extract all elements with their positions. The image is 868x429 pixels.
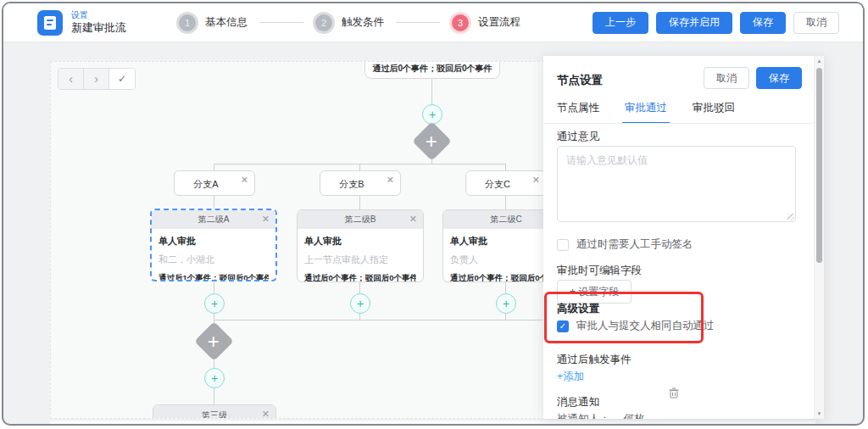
connector-line xyxy=(359,314,360,320)
canvas-horizontal-scrollbar[interactable]: ◄ xyxy=(50,420,815,426)
node-title: 第二级C xyxy=(490,214,521,226)
tab-approve-reject[interactable]: 审批驳回 xyxy=(693,101,735,124)
forward-arrow-icon: › xyxy=(94,72,98,86)
close-icon[interactable]: ✕ xyxy=(409,214,417,225)
tab-approve-pass[interactable]: 审批通过 xyxy=(625,101,667,124)
add-node-button[interactable]: + xyxy=(204,293,225,314)
document-icon xyxy=(44,16,56,30)
advanced-settings-label: 高级设置 xyxy=(557,302,599,316)
redo-button[interactable]: › xyxy=(84,69,109,89)
scroll-left-icon[interactable]: ◄ xyxy=(53,422,59,426)
app-window: 设置 新建审批流 1 基本信息 2 触发条件 3 设置流程 上一步 保存并启用 … xyxy=(2,2,865,426)
manual-sign-label: 通过时需要人工手动签名 xyxy=(576,237,693,252)
auto-pass-checkbox-row[interactable]: ✓ 审批人与提交人相同自动通过 xyxy=(557,319,715,333)
stepper: 1 基本信息 2 触发条件 3 设置流程 xyxy=(179,14,520,31)
save-and-enable-button[interactable]: 保存并启用 xyxy=(656,12,732,34)
panel-scrollbar[interactable]: ▲ ▼ xyxy=(814,56,824,419)
category-label: 设置 xyxy=(71,10,126,21)
editable-fields-label: 审批时可编辑字段 xyxy=(557,264,642,278)
close-icon[interactable]: ✕ xyxy=(387,175,394,186)
connector-line xyxy=(359,196,360,209)
cancel-button[interactable]: 取消 xyxy=(793,12,839,34)
add-node-button[interactable]: + xyxy=(204,368,225,388)
notified-label: 被通知人： xyxy=(557,412,610,419)
add-event-link[interactable]: +添加 xyxy=(557,370,584,384)
approve-type: 单人审批 xyxy=(304,235,416,248)
check-icon: ✓ xyxy=(118,73,126,85)
panel-save-button[interactable]: 保存 xyxy=(756,67,802,89)
undo-button[interactable]: ‹ xyxy=(58,69,84,89)
step-basic-info[interactable]: 1 基本信息 xyxy=(179,14,248,31)
node-title: 第二级A xyxy=(198,214,230,226)
notified-person-row: 被通知人： 何枚 xyxy=(557,412,645,419)
header-meta: 设置 新建审批流 xyxy=(71,10,126,35)
connector-line xyxy=(214,196,214,209)
branch-node-b[interactable]: 分支B ✕ xyxy=(320,170,401,196)
branch-node-a[interactable]: 分支A ✕ xyxy=(174,170,255,196)
checkbox-checked-icon[interactable]: ✓ xyxy=(557,320,569,332)
step-1-label: 基本信息 xyxy=(205,15,248,30)
step-setup-flow[interactable]: 3 设置流程 xyxy=(452,14,520,31)
connector-line xyxy=(214,282,214,293)
scrollbar-thumb[interactable] xyxy=(816,68,822,263)
branch-label: 分支A xyxy=(175,178,237,191)
node-title: 第三级 xyxy=(202,410,227,419)
approver: 和二，小湖北 xyxy=(159,254,269,266)
add-node-button[interactable]: + xyxy=(496,293,516,314)
scroll-up-icon[interactable]: ▲ xyxy=(815,58,824,64)
manual-sign-checkbox-row[interactable]: 通过时需要人工手动签名 xyxy=(557,237,693,252)
step-3-circle: 3 xyxy=(452,14,469,31)
close-icon[interactable]: ✕ xyxy=(262,214,270,225)
scroll-down-icon[interactable]: ▼ xyxy=(815,411,824,416)
checkbox-unchecked-icon[interactable] xyxy=(557,239,569,251)
merge-diamond-node[interactable]: + xyxy=(194,321,234,361)
step-3-label: 设置流程 xyxy=(478,15,520,30)
auto-pass-label: 审批人与提交人相同自动通过 xyxy=(576,319,715,333)
connector-line xyxy=(359,164,360,170)
close-icon[interactable]: ✕ xyxy=(241,175,248,186)
resize-handle-icon[interactable] xyxy=(787,214,794,220)
plus-icon: + xyxy=(429,109,436,120)
opinion-textarea[interactable] xyxy=(557,146,796,222)
start-node[interactable]: 通过后0个事件；驳回后0个事件 xyxy=(364,61,500,79)
step-1-circle: 1 xyxy=(179,14,196,31)
approval-node-level3[interactable]: 第三级 ✕ xyxy=(153,404,276,419)
branch-node-c[interactable]: 分支C ✕ xyxy=(465,170,547,196)
tabs-divider xyxy=(543,123,814,124)
connector-line xyxy=(505,282,506,293)
validate-button[interactable]: ✓ xyxy=(109,69,135,89)
set-fields-button[interactable]: + 设置字段 xyxy=(557,280,632,304)
approval-node-level2-b[interactable]: 第二级B ✕ 单人审批 上一节点审批人指定 通过后0个事件；驳回后0个事件 xyxy=(297,209,424,282)
check-icon: ✓ xyxy=(559,322,566,331)
branch-label: 分支C xyxy=(466,178,529,191)
add-node-button[interactable]: + xyxy=(350,293,370,314)
save-button[interactable]: 保存 xyxy=(740,12,786,34)
connector-line xyxy=(505,196,506,209)
top-header: 设置 新建审批流 1 基本信息 2 触发条件 3 设置流程 上一步 保存并启用 … xyxy=(3,3,863,42)
prev-step-button[interactable]: 上一步 xyxy=(593,12,648,34)
condition-diamond-node[interactable]: + xyxy=(412,121,452,161)
plus-icon: + xyxy=(211,298,218,309)
after-pass-events-label: 通过后触发事件 xyxy=(557,353,632,367)
approval-node-level2-a[interactable]: 第二级A ✕ 单人审批 和二，小湖北 通过后1个事件；驳回后0个事件 xyxy=(150,209,277,281)
step-trigger-condition[interactable]: 2 触发条件 xyxy=(315,14,384,31)
start-node-events: 通过后0个事件；驳回后0个事件 xyxy=(372,63,492,75)
connector-line xyxy=(214,388,214,404)
step-2-circle: 2 xyxy=(315,14,332,31)
step-2-label: 触发条件 xyxy=(342,15,384,30)
panel-cancel-button[interactable]: 取消 xyxy=(704,67,749,89)
page-title: 新建审批流 xyxy=(71,21,126,35)
close-icon[interactable]: ✕ xyxy=(532,175,540,186)
connector-line xyxy=(214,164,214,170)
node-events: 通过后1个事件；驳回后0个事件 xyxy=(159,273,269,281)
message-notice-label: 消息通知 xyxy=(557,395,599,410)
close-icon[interactable]: ✕ xyxy=(262,409,270,419)
plus-icon: + xyxy=(211,372,218,384)
trash-icon[interactable] xyxy=(669,387,679,398)
back-arrow-icon: ‹ xyxy=(69,72,73,86)
plus-icon: + xyxy=(357,298,364,309)
plus-icon: + xyxy=(503,298,509,309)
approve-type: 单人审批 xyxy=(159,235,269,248)
add-node-button[interactable]: + xyxy=(422,104,442,125)
tab-node-properties[interactable]: 节点属性 xyxy=(557,101,599,124)
